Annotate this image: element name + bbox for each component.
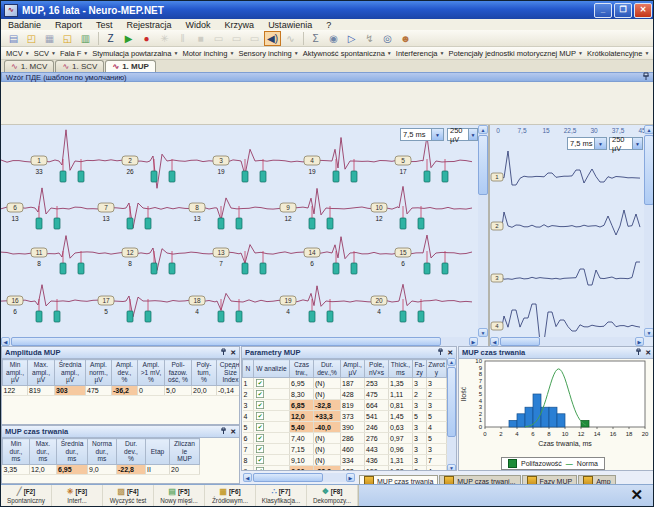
scroll-right-icon[interactable]: ▶ — [469, 337, 478, 346]
start-icon[interactable]: ▶ — [120, 31, 137, 46]
mup-marker[interactable]: 319 — [213, 156, 266, 182]
column-header[interactable]: Thick., ms — [389, 360, 413, 378]
vertical-scrollbar[interactable]: ▲ ▼ — [447, 358, 456, 471]
column-header[interactable]: Max. dur., ms — [30, 439, 57, 465]
table-row[interactable]: 2✔8,30(N)4284751,11220,9 — [243, 389, 448, 400]
record-icon[interactable]: ● — [138, 31, 155, 46]
column-header[interactable]: Średnia ampl., µV — [55, 360, 86, 386]
trace-label[interactable]: 4 — [491, 322, 503, 330]
close-button[interactable]: ✕ — [634, 3, 652, 18]
pin-icon[interactable] — [635, 348, 642, 358]
test-button-potencja-y-jednostki-motorycznej-mup[interactable]: Potencjały jednostki motorycznej MUP▼ — [446, 49, 585, 58]
table-row[interactable]: 3✔6,85-32,88196640,81330,5 — [243, 400, 448, 411]
review-icon[interactable]: ◎ — [379, 31, 396, 46]
menu-item-widok[interactable]: Widok — [179, 20, 218, 30]
vertical-scrollbar[interactable]: ▲ ▼ — [644, 125, 654, 337]
mup-marker[interactable]: 156 — [395, 248, 448, 274]
fkey-f6[interactable]: ▦[F6]Źródłowym... — [205, 485, 256, 507]
lightning-icon[interactable]: ↯ — [361, 31, 378, 46]
tab-1scv[interactable]: ∿1. SCV — [55, 60, 104, 72]
column-header[interactable]: Norma dur., ms — [88, 439, 117, 465]
scroll-up-icon[interactable]: ▲ — [478, 125, 488, 134]
pause-icon[interactable]: ‖ — [174, 31, 191, 46]
fkey-f5[interactable]: ▤[F5]Nowy mięsi... — [154, 485, 205, 507]
mup-marker[interactable]: 184 — [189, 296, 242, 322]
tab-1mcv[interactable]: ∿1. MCV — [4, 60, 54, 72]
pin-icon[interactable] — [437, 348, 444, 358]
minimize-button[interactable]: _ — [594, 3, 612, 18]
trace-label[interactable]: 2 — [491, 222, 503, 230]
column-header[interactable]: Pole, nV×s — [365, 360, 389, 378]
column-header[interactable]: Poly- turn, % — [192, 360, 217, 386]
new-exam-icon[interactable]: ▤ — [5, 31, 22, 46]
column-header[interactable]: Ampl. norm., µV — [86, 360, 112, 386]
column-header[interactable]: Ampl. >1 mV, % — [138, 360, 165, 386]
chevron-down-icon[interactable]: ▼ — [632, 138, 642, 149]
in-analysis-checkbox[interactable]: ✔ — [256, 445, 264, 453]
close-icon[interactable]: ✕ — [447, 349, 453, 357]
horizontal-scrollbar[interactable]: ◀ ▶ — [243, 473, 355, 482]
scrollbar-thumb[interactable] — [253, 473, 323, 482]
scroll-up-icon[interactable]: ▲ — [447, 358, 456, 366]
table-row[interactable]: 1✔6,95(N)1872531,35330,8 — [243, 378, 448, 389]
chevron-down-icon[interactable]: ▼ — [431, 129, 443, 140]
scrollbar-thumb[interactable] — [478, 135, 488, 195]
fkey-f4[interactable]: ▨[F4]Wyczyść test — [103, 485, 154, 507]
in-analysis-checkbox[interactable]: ✔ — [256, 456, 264, 464]
in-analysis-checkbox[interactable]: ✔ — [256, 412, 264, 420]
column-header[interactable]: Min ampl., µV — [3, 360, 28, 386]
scroll-down-icon[interactable]: ▼ — [478, 328, 488, 337]
scroll-left-icon[interactable]: ◀ — [243, 473, 252, 482]
test-button-mcv[interactable]: MCV▼ — [4, 49, 32, 58]
pin-icon[interactable] — [220, 427, 227, 437]
mup-marker[interactable]: 175 — [98, 296, 151, 322]
monitor2-icon[interactable]: ▭ — [228, 31, 245, 46]
scrollbar-thumb[interactable] — [11, 337, 441, 346]
column-header[interactable]: N — [243, 360, 254, 378]
test-button-fala-f[interactable]: Fala F▼ — [58, 49, 90, 58]
scroll-left-icon[interactable]: ◀ — [1, 337, 10, 346]
test-button-aktywno---spontaniczna[interactable]: Aktywność spontaniczna▼ — [301, 49, 394, 58]
monitor3-icon[interactable]: ▭ — [246, 31, 263, 46]
column-header[interactable]: Ampl., µV — [341, 360, 365, 378]
mup-marker[interactable]: 226 — [122, 156, 175, 182]
sound-icon[interactable]: ◀) — [264, 31, 281, 46]
column-header[interactable]: Dur. dev., % — [117, 439, 146, 465]
tab-1mup[interactable]: ∿1. MUP — [105, 60, 155, 72]
scroll-left-icon[interactable]: ◀ — [490, 337, 499, 346]
monitor-icon[interactable]: ▭ — [210, 31, 227, 46]
column-header[interactable]: Ampl. dev., % — [112, 360, 138, 386]
mup-waveform-area[interactable]: 1332263194195176137138139121012118128137… — [1, 125, 488, 346]
sweep-select-right[interactable]: 7,5 ms▼ — [567, 137, 607, 150]
pin-icon[interactable] — [642, 72, 650, 83]
mup-marker[interactable]: 194 — [280, 296, 333, 322]
mup-marker[interactable]: 137 — [213, 248, 266, 274]
column-header[interactable]: Zliczan ie MUP — [170, 439, 200, 465]
open-exam-icon[interactable]: ◰ — [23, 31, 40, 46]
in-analysis-checkbox[interactable]: ✔ — [256, 423, 264, 431]
test-button-motor-inching[interactable]: Motor inching▼ — [180, 49, 236, 58]
scroll-down-icon[interactable]: ▼ — [644, 328, 654, 337]
gain-select-right[interactable]: 250 µV▼ — [609, 137, 643, 150]
fkey-f8[interactable]: ❖[F8]Dekompozy... — [307, 485, 358, 507]
test-button-scv[interactable]: SCV▼ — [32, 49, 58, 58]
levels-icon[interactable]: ∿ — [282, 31, 299, 46]
fkey-f7[interactable]: ∴[F7]Klasyfikacja... — [256, 485, 307, 507]
column-header[interactable]: Min dur., ms — [3, 439, 30, 465]
mup-marker[interactable]: 813 — [189, 203, 242, 229]
menu-item-ustawienia[interactable]: Ustawienia — [261, 20, 319, 30]
menu-item-[interactable]: ? — [319, 20, 338, 30]
column-header[interactable]: W analizie — [254, 360, 290, 378]
chevron-down-icon[interactable]: ▼ — [594, 138, 606, 149]
vertical-scrollbar[interactable]: ▲ ▼ — [478, 125, 488, 337]
gain-select[interactable]: 250 µV▼ — [447, 128, 478, 141]
mup-marker[interactable]: 118 — [31, 248, 84, 274]
stop-icon[interactable]: ■ — [192, 31, 209, 46]
fkey-f3[interactable]: ✳[F3]Interf... — [52, 485, 103, 507]
close-panel-x-icon[interactable]: ✕ — [630, 486, 643, 504]
mup-marker[interactable]: 133 — [31, 156, 84, 182]
mup-marker[interactable]: 419 — [304, 156, 357, 182]
in-analysis-checkbox[interactable]: ✔ — [256, 390, 264, 398]
new-doc-icon[interactable]: ▥ — [77, 31, 94, 46]
close-icon[interactable]: ✕ — [230, 428, 236, 436]
